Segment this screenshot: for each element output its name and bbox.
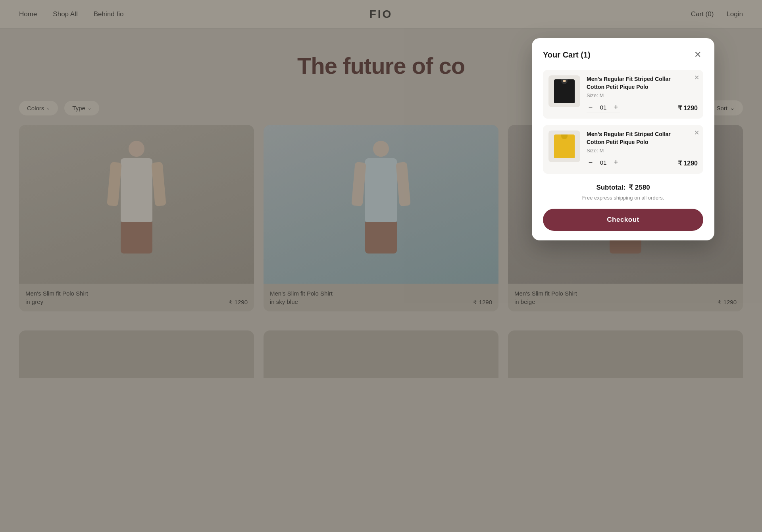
polo-black-icon [554,79,575,103]
cart-item-remove-2[interactable]: ✕ [694,129,699,136]
qty-control-2: − 01 + [587,158,620,168]
cart-item-image-1 [548,75,580,107]
cart-item-name-2: Men's Regular Fit Striped Collar Cotton … [587,131,698,146]
cart-close-button[interactable]: ✕ [692,49,703,60]
cart-item-image-2 [548,131,580,162]
qty-decrease-2[interactable]: − [587,158,595,166]
cart-item-bottom-1: − 01 + ₹ 1290 [587,103,698,113]
cart-item-1: Men's Regular Fit Striped Collar Cotton … [543,70,703,119]
cart-item-bottom-2: − 01 + ₹ 1290 [587,158,698,168]
cart-item-size-1: Size: M [587,92,698,98]
cart-item-price-1: ₹ 1290 [678,104,698,112]
shipping-note: Free express shipping on all orders. [543,195,703,201]
cart-item-details-1: Men's Regular Fit Striped Collar Cotton … [587,75,698,113]
qty-value-1: 01 [599,104,607,111]
cart-title: Your Cart (1) [543,50,591,60]
polo-yellow-icon [554,134,575,158]
qty-increase-1[interactable]: + [612,103,620,111]
qty-control-1: − 01 + [587,103,620,113]
cart-footer: Subtotal: ₹ 2580 Free express shipping o… [543,183,703,231]
cart-item-size-2: Size: M [587,148,698,154]
subtotal-value: ₹ 2580 [629,183,650,192]
subtotal-row: Subtotal: ₹ 2580 [543,183,703,192]
qty-decrease-1[interactable]: − [587,103,595,111]
cart-item-price-2: ₹ 1290 [678,159,698,167]
cart-header: Your Cart (1) ✕ [543,49,703,60]
cart-item-2: Men's Regular Fit Striped Collar Cotton … [543,125,703,174]
cart-item-details-2: Men's Regular Fit Striped Collar Cotton … [587,131,698,168]
cart-modal: Your Cart (1) ✕ Men's Regular Fit Stripe… [532,38,714,240]
qty-increase-2[interactable]: + [612,158,620,166]
cart-item-remove-1[interactable]: ✕ [694,74,699,81]
subtotal-label: Subtotal: [596,184,625,192]
checkout-button[interactable]: Checkout [543,209,703,231]
qty-value-2: 01 [599,159,607,166]
cart-item-name-1: Men's Regular Fit Striped Collar Cotton … [587,75,698,91]
